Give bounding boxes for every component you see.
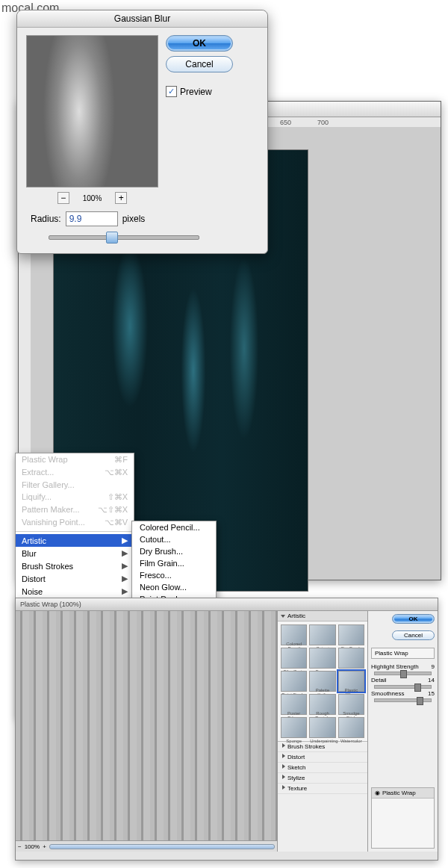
gaussian-blur-dialog: Gaussian Blur − 100% + OK Cancel ✓ Previ… (16, 10, 268, 15)
dialog-title: Gaussian Blur (17, 10, 267, 15)
